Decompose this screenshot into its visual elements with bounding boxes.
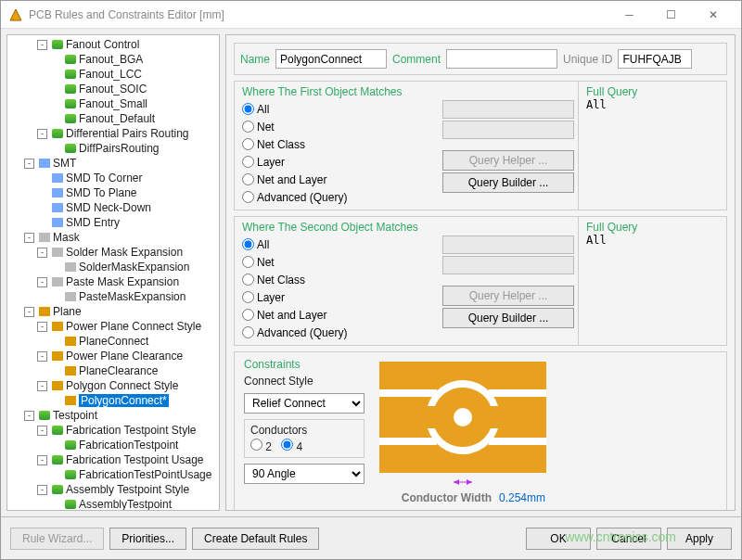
tree-item[interactable]: SolderMaskExpansion <box>7 260 219 274</box>
tree-toggle-icon[interactable]: - <box>24 233 34 243</box>
tree-toggle-icon[interactable]: - <box>37 129 47 139</box>
conductors-4-option[interactable]: 4 <box>281 439 302 453</box>
match-option[interactable]: Advanced (Query) <box>242 188 431 206</box>
tree-item[interactable]: PlaneConnect <box>7 334 219 349</box>
blue-rule-icon <box>51 202 64 213</box>
tree-toggle-icon[interactable]: - <box>37 322 47 332</box>
minimize-button[interactable]: ─ <box>608 1 650 29</box>
tree-item-label: Fanout_Default <box>79 112 155 125</box>
tree-toggle-icon[interactable]: - <box>37 248 47 258</box>
tree-item[interactable]: SMD To Corner <box>7 171 219 185</box>
rule-wizard-button[interactable]: Rule Wizard... <box>10 528 104 550</box>
match-option[interactable]: All <box>242 100 431 118</box>
tree-item[interactable]: FabricationTestPointUsage <box>7 467 219 482</box>
tree-toggle-icon[interactable]: - <box>24 159 34 169</box>
tree-item[interactable]: -SMT <box>7 156 219 171</box>
tree-toggle-icon[interactable]: - <box>37 485 47 495</box>
query-builder-button-1[interactable]: Query Builder ... <box>442 172 574 193</box>
tree-item[interactable]: AssemblyTestpoint <box>7 497 219 511</box>
tree-item[interactable]: -Fabrication Testpoint Usage <box>7 452 219 467</box>
ok-button[interactable]: OK <box>526 528 591 550</box>
tree-item[interactable]: SMD Neck-Down <box>7 200 219 215</box>
name-label: Name <box>240 53 270 66</box>
tree-item[interactable]: Fanout_Default <box>7 111 219 126</box>
angle-select[interactable]: 90 Angle <box>244 464 365 484</box>
tree-toggle-icon[interactable]: - <box>37 40 47 50</box>
conductors-2-option[interactable]: 2 <box>250 439 272 453</box>
tree-item[interactable]: -Power Plane Clearance <box>7 349 219 363</box>
match-option[interactable]: Net and Layer <box>242 306 431 324</box>
air-gap-width-value[interactable]: 0.254mm <box>499 508 545 511</box>
uid-label: Unique ID <box>563 53 612 66</box>
tree-item[interactable]: -Fabrication Testpoint Style <box>7 423 219 438</box>
tree-toggle-icon[interactable]: - <box>37 426 47 436</box>
tree-item[interactable]: -Plane <box>7 304 219 319</box>
query-helper-button-1[interactable]: Query Helper ... <box>442 150 574 171</box>
tree-item[interactable]: -Paste Mask Expansion <box>7 274 219 289</box>
maximize-button[interactable]: ☐ <box>650 1 692 29</box>
first-match-dropdown-2[interactable] <box>442 121 574 139</box>
svg-rect-2 <box>379 389 437 397</box>
tree-item[interactable]: SMD To Plane <box>7 185 219 200</box>
tree-item-label: SMD To Plane <box>66 186 136 199</box>
match-option[interactable]: Layer <box>242 153 431 171</box>
second-match-dropdown-2[interactable] <box>442 256 574 274</box>
match-option[interactable]: Advanced (Query) <box>242 324 431 341</box>
tree-item[interactable]: -Fanout Control <box>7 37 219 52</box>
orange-rule-icon <box>64 336 77 347</box>
tree-item[interactable]: Fanout_SOIC <box>7 82 219 96</box>
comment-input[interactable] <box>446 49 557 69</box>
tree-item[interactable]: DiffPairsRouting <box>7 141 219 156</box>
match-option[interactable]: Net Class <box>242 271 431 288</box>
tree-toggle-icon[interactable]: - <box>37 455 47 465</box>
match-option[interactable]: Net <box>242 253 431 271</box>
query-builder-button-2[interactable]: Query Builder ... <box>442 308 574 328</box>
tree-item[interactable]: Fanout_BGA <box>7 52 219 67</box>
match-option[interactable]: Net and Layer <box>242 171 431 188</box>
tree-item[interactable]: PlaneClearance <box>7 363 219 378</box>
tree-item[interactable]: -Testpoint <box>7 408 219 423</box>
rules-tree[interactable]: -Fanout ControlFanout_BGAFanout_LCCFanou… <box>6 34 220 511</box>
svg-marker-9 <box>467 479 472 485</box>
first-match-title: Where The First Object Matches <box>242 85 431 98</box>
tree-item[interactable]: -Mask <box>7 230 219 245</box>
tree-toggle-icon[interactable]: - <box>24 411 34 421</box>
create-default-rules-button[interactable]: Create Default Rules <box>192 528 319 550</box>
cancel-button[interactable]: Cancel <box>596 528 661 550</box>
tree-toggle-icon[interactable]: - <box>37 351 47 362</box>
tree-item[interactable]: Fanout_LCC <box>7 67 219 82</box>
priorities-button[interactable]: Priorities... <box>109 528 186 550</box>
apply-button[interactable]: Apply <box>667 528 732 550</box>
tree-toggle-icon[interactable]: - <box>37 277 47 287</box>
query-helper-button-2[interactable]: Query Helper ... <box>442 286 574 306</box>
conductor-width-value[interactable]: 0.254mm <box>499 491 545 504</box>
match-option[interactable]: Layer <box>242 288 431 306</box>
tree-item-label: PlaneClearance <box>79 364 158 377</box>
match-option[interactable]: All <box>242 235 431 253</box>
tree-item[interactable]: -Assembly Testpoint Style <box>7 482 219 497</box>
tree-item[interactable]: FabricationTestpoint <box>7 438 219 452</box>
green-rule-icon <box>64 113 77 124</box>
match-option[interactable]: Net <box>242 118 431 135</box>
svg-rect-4 <box>489 389 546 397</box>
second-match-dropdown[interactable] <box>442 235 574 254</box>
close-button[interactable]: ✕ <box>692 1 734 29</box>
connect-style-select[interactable]: Relief Connect <box>244 393 365 414</box>
tree-item[interactable]: -Polygon Connect Style <box>7 378 219 393</box>
tree-item[interactable]: -Solder Mask Expansion <box>7 245 219 260</box>
full-query-text-2: All <box>586 234 719 247</box>
match-option[interactable]: Net Class <box>242 135 431 153</box>
tree-item[interactable]: PasteMaskExpansion <box>7 289 219 304</box>
name-input[interactable] <box>275 49 387 69</box>
tree-item[interactable]: Fanout_Small <box>7 96 219 111</box>
tree-item[interactable]: SMD Entry <box>7 215 219 230</box>
first-match-dropdown[interactable] <box>442 100 574 119</box>
tree-item[interactable]: PolygonConnect* <box>7 393 219 408</box>
first-object-match: Where The First Object Matches AllNetNet… <box>234 81 727 210</box>
tree-item[interactable]: -Differential Pairs Routing <box>7 126 219 141</box>
tree-item[interactable]: -Power Plane Connect Style <box>7 319 219 334</box>
tree-toggle-icon[interactable]: - <box>37 381 47 391</box>
tree-toggle-icon[interactable]: - <box>24 307 34 317</box>
tree-item-label: PolygonConnect* <box>79 394 169 407</box>
uid-input[interactable] <box>618 49 692 69</box>
